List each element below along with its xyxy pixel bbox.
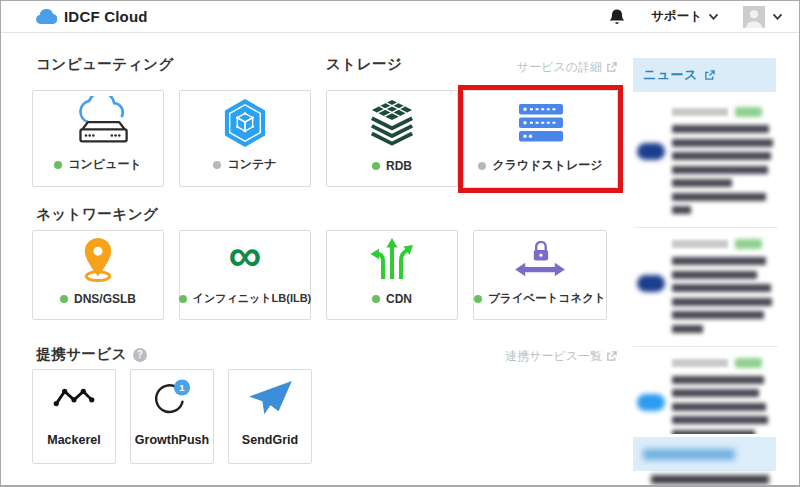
private-connect-label-row: プライベートコネクト bbox=[474, 291, 606, 306]
growthpush-badge-count: 1 bbox=[179, 381, 185, 392]
cdn-label-row: CDN bbox=[327, 292, 457, 306]
help-site-bar[interactable] bbox=[633, 437, 776, 471]
rdb-label: RDB bbox=[386, 159, 412, 173]
news-text-line-blurred bbox=[672, 416, 768, 424]
status-dot bbox=[372, 295, 380, 303]
card-cdn[interactable]: CDN bbox=[326, 230, 458, 320]
mackerel-label: Mackerel bbox=[47, 433, 101, 447]
status-dot bbox=[213, 161, 221, 169]
idcf-cloud-dashboard: IDCF Cloud サポート bbox=[0, 0, 800, 487]
cloud-storage-label: クラウドストレージ bbox=[492, 157, 602, 174]
news-item-content bbox=[672, 239, 776, 333]
partner-services-link[interactable]: 連携サービス一覧 bbox=[505, 348, 617, 365]
cloud-storage-servers-icon bbox=[464, 91, 617, 155]
rdb-label-row: RDB bbox=[327, 159, 457, 173]
top-bar: IDCF Cloud サポート bbox=[1, 1, 799, 33]
mackerel-label-row: Mackerel bbox=[33, 433, 115, 447]
news-text-line-blurred bbox=[672, 193, 766, 201]
news-text-line-blurred bbox=[672, 311, 764, 319]
status-dot bbox=[60, 295, 68, 303]
news-date-badge-blurred bbox=[637, 275, 665, 292]
cdn-arrows-icon bbox=[327, 231, 457, 287]
dns-label: DNS/GSLB bbox=[74, 292, 136, 306]
highlight-box: クラウドストレージ bbox=[458, 85, 623, 193]
private-connect-label: プライベートコネクト bbox=[488, 291, 605, 306]
growthpush-label-row: GrowthPush bbox=[131, 433, 213, 447]
sendgrid-label-row: SendGrid bbox=[229, 433, 311, 447]
news-date-badge-blurred bbox=[637, 143, 665, 160]
news-list bbox=[633, 96, 778, 434]
card-cloud-storage[interactable]: クラウドストレージ bbox=[463, 90, 618, 188]
footer-blurred-text bbox=[651, 475, 769, 484]
news-text-line-blurred bbox=[672, 298, 772, 306]
status-dot bbox=[54, 161, 62, 169]
news-new-tag-blurred bbox=[735, 358, 762, 368]
partner-services-label: 連携サービス一覧 bbox=[505, 348, 602, 365]
top-bar-right: サポート bbox=[609, 6, 783, 28]
news-text-line-blurred bbox=[672, 139, 773, 147]
support-menu[interactable]: サポート bbox=[651, 8, 719, 25]
card-rdb[interactable]: RDB bbox=[326, 90, 458, 187]
growthpush-label: GrowthPush bbox=[135, 433, 209, 447]
notifications-bell-icon[interactable] bbox=[609, 8, 625, 26]
section-computing-title: コンピューティング bbox=[36, 55, 174, 74]
status-dot bbox=[474, 295, 482, 303]
user-menu[interactable] bbox=[743, 6, 783, 28]
container-hexagon-icon bbox=[180, 91, 310, 154]
section-partner-title: 提携サービス ? bbox=[36, 345, 147, 364]
news-text-line-blurred bbox=[672, 403, 766, 411]
card-infinite-lb[interactable]: ∞ インフィニットLB(ILB) bbox=[179, 230, 311, 320]
card-sendgrid[interactable]: SendGrid bbox=[228, 369, 312, 464]
card-private-connect[interactable]: プライベートコネクト bbox=[473, 230, 607, 320]
help-icon[interactable]: ? bbox=[133, 348, 147, 362]
ilb-label-row: インフィニットLB(ILB) bbox=[180, 291, 310, 306]
news-date-blurred bbox=[672, 240, 728, 248]
avatar bbox=[743, 6, 765, 28]
section-networking-title: ネットワーキング bbox=[36, 205, 158, 224]
sendgrid-paper-plane-icon bbox=[229, 370, 311, 425]
brand-logo[interactable]: IDCF Cloud bbox=[35, 8, 148, 25]
cloud-logo-icon bbox=[35, 9, 57, 25]
news-text-line-blurred bbox=[672, 389, 759, 397]
news-date-blurred bbox=[672, 108, 728, 116]
card-dns-gslb[interactable]: DNS/GSLB bbox=[32, 230, 164, 320]
infinity-icon: ∞ bbox=[180, 231, 310, 287]
support-label: サポート bbox=[651, 8, 702, 25]
news-new-tag-blurred bbox=[735, 107, 762, 117]
external-link-icon bbox=[704, 70, 715, 81]
news-text-line-blurred bbox=[672, 376, 764, 384]
news-text-line-blurred bbox=[672, 125, 769, 133]
help-site-blurred-label bbox=[643, 449, 735, 460]
news-item[interactable] bbox=[633, 227, 778, 346]
compute-label: コンピュート bbox=[68, 156, 141, 173]
external-link-icon bbox=[606, 351, 617, 362]
news-text-line-blurred bbox=[672, 166, 768, 174]
news-header[interactable]: ニュース bbox=[633, 58, 776, 92]
news-text-line-blurred bbox=[672, 284, 771, 292]
card-mackerel[interactable]: Mackerel bbox=[32, 369, 116, 464]
private-connect-lock-arrow-icon bbox=[474, 231, 606, 287]
dns-map-pin-icon bbox=[33, 231, 163, 287]
rdb-stack-icon bbox=[327, 91, 457, 154]
container-label: コンテナ bbox=[227, 156, 276, 173]
card-container[interactable]: コンテナ bbox=[179, 90, 311, 187]
news-item[interactable] bbox=[633, 346, 778, 435]
external-link-icon bbox=[606, 62, 617, 73]
news-text-line-blurred bbox=[672, 271, 757, 279]
mackerel-graph-icon bbox=[33, 370, 115, 425]
news-date-badge-blurred bbox=[637, 394, 665, 411]
brand-title: IDCF Cloud bbox=[64, 8, 148, 25]
news-item-content bbox=[672, 107, 776, 214]
news-item-content bbox=[672, 358, 776, 435]
news-item[interactable] bbox=[633, 96, 778, 227]
news-text-line-blurred bbox=[672, 179, 732, 187]
card-compute[interactable]: コンピュート bbox=[32, 90, 164, 187]
section-storage-title: ストレージ bbox=[326, 55, 402, 74]
cdn-label: CDN bbox=[386, 292, 412, 306]
ilb-label: インフィニットLB(ILB) bbox=[193, 291, 312, 306]
dns-label-row: DNS/GSLB bbox=[33, 292, 163, 306]
card-growthpush[interactable]: 1 GrowthPush bbox=[130, 369, 214, 464]
services-detail-link[interactable]: サービスの詳細 bbox=[517, 59, 617, 76]
news-text-line-blurred bbox=[672, 152, 771, 160]
news-new-tag-blurred bbox=[735, 239, 762, 249]
